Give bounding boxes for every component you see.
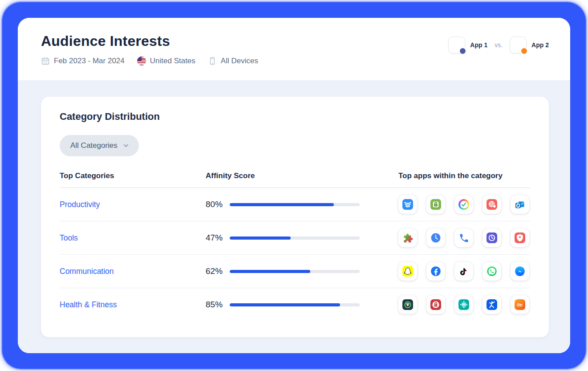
sleep-tracker-icon[interactable] [398,295,417,314]
puzzle-glyph [402,232,414,244]
devices: All Devices [208,57,258,65]
outlook-glyph [514,199,526,210]
outlook-icon[interactable] [511,195,529,214]
red-shield-glyph [514,232,526,244]
snapchat-icon[interactable] [398,262,417,281]
google-clock-icon[interactable] [426,228,445,247]
affinity-bar-track [230,203,360,206]
app-panel: Audience Interests Feb 2023 - Mar 202 [18,18,570,353]
task-ring-icon[interactable] [454,195,473,214]
page-header: Audience Interests Feb 2023 - Mar 202 [18,18,570,80]
app2-dot [520,47,528,55]
blue-clock-glyph [430,232,442,244]
dropdown-label: All Categories [70,141,118,150]
clock-app-icon[interactable] [483,228,501,247]
date-range: Feb 2023 - Mar 2024 [41,57,125,65]
affinity-bar-fill [230,236,291,240]
card-title: Category Distribution [60,111,530,122]
us-flag-icon [137,57,146,65]
phone-handset-glyph [458,232,470,244]
report-meta: Feb 2023 - Mar 2024 United States All De… [41,57,258,65]
affinity-bar-fill [230,270,310,273]
jumping-figure-glyph [486,299,498,310]
app-lock-glyph [430,199,442,210]
table-row: Health & Fitness 85% [60,288,530,321]
page-title: Audience Interests [41,33,258,49]
antivirus-shield-icon[interactable] [511,228,529,247]
country: United States [137,57,195,65]
affinity-score-value: 62% [206,266,226,276]
whatsapp-glyph [486,265,498,277]
col-top-categories: Top Categories [60,171,206,180]
affinity-score-value: 80% [206,200,226,209]
devices-label: All Devices [221,57,258,65]
tiktok-note-glyph [458,265,470,277]
category-link-health-fitness[interactable]: Health & Fitness [60,300,117,309]
facebook-f-glyph [430,265,442,277]
table-row: Productivity 80% [60,188,530,221]
app1-thumbnail[interactable] [448,37,465,53]
table-row: Tools 47% [60,221,530,255]
whatsapp-icon[interactable] [483,262,501,281]
affinity-bar-track [230,270,360,273]
fitbit-icon[interactable] [454,295,473,314]
facebook-icon[interactable] [426,262,445,281]
secure-browser-icon[interactable] [483,195,501,214]
top-apps: fit! [398,295,530,314]
affinity-score-value: 85% [206,300,226,310]
all-categories-dropdown[interactable]: All Categories [60,135,139,156]
alarm-ring-glyph [402,299,414,310]
table-row: Communication 62% [60,255,530,288]
myfitnesspal-icon[interactable] [483,295,501,314]
date-range-label: Feb 2023 - Mar 2024 [54,57,125,65]
snapchat-ghost-glyph [402,265,414,277]
screenshot-stage: Audience Interests Feb 2023 - Mar 202 [0,0,588,371]
chevron-down-icon [124,144,128,147]
app1-label: App 1 [470,41,487,49]
tiktok-icon[interactable] [454,262,473,281]
app1-dot [459,47,466,55]
messenger-bolt-glyph [514,265,526,277]
phone-dialer-icon[interactable] [454,228,473,247]
header-left: Audience Interests Feb 2023 - Mar 202 [41,33,258,65]
app2-thumbnail[interactable] [510,37,527,53]
red-lock-glyph [430,299,442,310]
top-apps [398,195,530,214]
checkmark-glyph [461,201,467,208]
stacked-layers-glyph [402,199,414,210]
purple-clock-glyph [486,232,498,244]
category-distribution-card: Category Distribution All Categories Top… [41,97,549,337]
affinity-bar-fill [230,303,340,306]
fit-logo-text: fit! [517,302,523,307]
affinity-bar-fill [230,203,334,206]
table-header: Top Categories Affinity Score Top apps w… [60,171,530,188]
calendar-icon [41,57,50,65]
fitbit-dots-glyph [458,299,470,310]
app2-label: App 2 [531,41,549,49]
page-body: Category Distribution All Categories Top… [18,80,570,353]
messenger-icon[interactable] [511,262,529,281]
stacked-layers-app-icon[interactable] [398,195,417,214]
affinity-score-value: 47% [206,233,226,243]
affinity-bar-track [230,303,360,306]
country-label: United States [150,57,195,65]
top-apps [398,228,530,247]
vs-label: vs. [495,41,503,49]
top-apps [398,262,530,281]
period-tracker-icon[interactable] [426,295,445,314]
rainbow-ring-glyph [458,199,469,210]
category-link-productivity[interactable]: Productivity [60,200,100,209]
globe-shield-glyph [486,199,498,210]
fit-workout-icon[interactable]: fit! [511,295,529,314]
category-link-communication[interactable]: Communication [60,267,114,276]
mobile-device-icon [208,57,217,65]
category-link-tools[interactable]: Tools [60,233,78,242]
app-lock-icon[interactable] [426,195,445,214]
fit-logo-glyph: fit! [514,299,526,310]
col-top-apps: Top apps within the category [398,171,530,180]
play-services-icon[interactable] [398,228,417,247]
app-comparison: App 1 vs. App 2 [448,37,549,53]
col-affinity-score: Affinity Score [206,171,398,180]
affinity-bar-track [230,236,360,240]
